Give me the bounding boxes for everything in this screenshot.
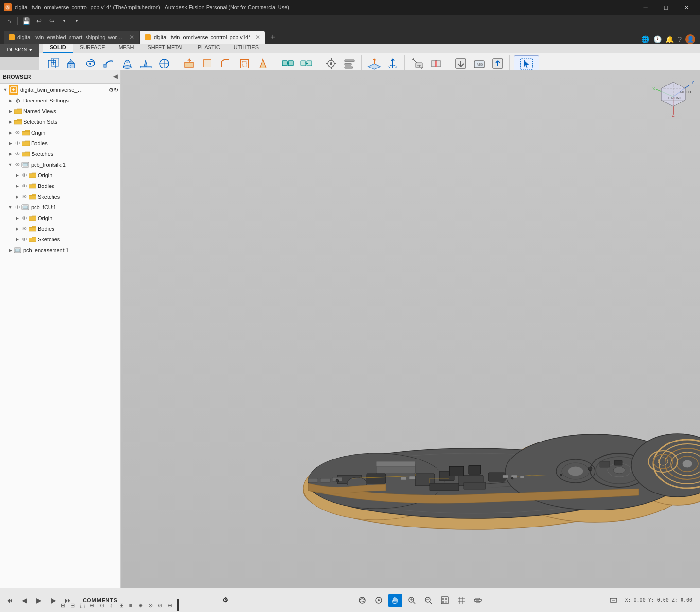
draft-button[interactable] [254, 55, 272, 72]
first-frame-button[interactable]: ⏮ [3, 594, 17, 607]
pcb-fcu-expand[interactable]: ▼ [7, 204, 14, 211]
interference-button[interactable] [427, 55, 445, 72]
pcb-fcu-origin-eye-icon[interactable]: 👁 [20, 214, 28, 222]
tree-pcb-frontsilk-bodies[interactable]: ▶ 👁 Bodies [0, 181, 120, 191]
pcb-frontsilk-expand[interactable]: ▼ [7, 161, 14, 168]
new-component-button[interactable] [45, 55, 62, 72]
pcb-fcu-sketches-expand[interactable]: ▶ [14, 236, 20, 243]
tree-pcb-fcu-sketches[interactable]: ▶ 👁 Sketches [0, 234, 120, 245]
named-views-expand[interactable]: ▶ [7, 108, 14, 115]
pcb-fs-bodies-expand[interactable]: ▶ [14, 183, 20, 189]
bodies-eye-icon[interactable]: 👁 [14, 139, 21, 147]
axis-button[interactable] [384, 55, 402, 72]
bell-icon[interactable]: 🔔 [665, 35, 674, 43]
sketches-eye-icon[interactable]: 👁 [14, 150, 21, 158]
pcb-fcu-bodies-eye-icon[interactable]: 👁 [20, 225, 28, 233]
bottom-icon-1[interactable]: ⊞ [58, 601, 67, 610]
sweep-button[interactable] [100, 55, 118, 72]
bottom-icon-7[interactable]: ⊞ [117, 601, 125, 610]
tab-2[interactable]: digital_twin_omniverse_control_pcb v14* … [140, 31, 265, 44]
pcb-fs-origin-eye-icon[interactable]: 👁 [20, 171, 28, 179]
bottom-icon-5[interactable]: ⊙ [97, 601, 106, 610]
pcb-fcu-eye-icon[interactable]: 👁 [14, 204, 21, 211]
revolve-button[interactable] [82, 55, 99, 72]
pcb-fcu-bodies-expand[interactable]: ▶ [14, 225, 20, 232]
tree-pcb-fcu-origin[interactable]: ▶ 👁 Origin [0, 213, 120, 223]
bottom-icon-4[interactable]: ⊕ [88, 601, 96, 610]
selection-sets-expand[interactable]: ▶ [7, 119, 14, 125]
orbit-button[interactable] [355, 594, 369, 607]
bottom-icon-12[interactable]: ⊕ [165, 601, 174, 610]
tab-1[interactable]: digital_twin_enabled_smart_shipping_work… [4, 31, 139, 44]
tree-pcb-frontsilk[interactable]: ▼ 👁 pcb_frontsilk:1 [0, 159, 120, 170]
tree-pcb-encasement[interactable]: ▶ pcb_encasement:1 [0, 245, 120, 255]
tree-selection-sets[interactable]: ▶ Selection Sets [0, 117, 120, 127]
origin-eye-icon[interactable]: 👁 [14, 129, 21, 136]
browser-collapse[interactable]: ◀ [113, 73, 117, 80]
doc-settings-expand[interactable]: ▶ [7, 97, 14, 104]
root-expand[interactable]: ▼ [2, 86, 9, 93]
plane-button[interactable] [366, 55, 383, 72]
bottom-icon-6[interactable]: ↕ [107, 601, 116, 610]
prev-frame-button[interactable]: ◀ [18, 594, 31, 607]
pcb-encasement-expand[interactable]: ▶ [7, 247, 14, 254]
upload-button[interactable] [489, 55, 507, 72]
grid-button[interactable] [455, 594, 468, 607]
bottom-icon-3[interactable]: ⬚ [78, 601, 87, 610]
home-button[interactable]: ⌂ [4, 16, 15, 27]
pcb-fs-bodies-eye-icon[interactable]: 👁 [20, 182, 28, 190]
tree-root[interactable]: ▼ digital_twin_omniverse_contr... ⚙ ↻ [0, 85, 120, 95]
joint-button[interactable] [279, 55, 297, 72]
comments-settings-icon[interactable]: ⚙ [222, 596, 228, 604]
pcb-fcu-origin-expand[interactable]: ▶ [14, 215, 20, 221]
bottom-icon-9[interactable]: ⊕ [136, 601, 145, 610]
display-mode-button[interactable] [438, 594, 452, 607]
undo-dropdown[interactable]: ▾ [59, 16, 70, 27]
redo-dropdown[interactable]: ▾ [71, 16, 82, 27]
pcb-fs-sketches-eye-icon[interactable]: 👁 [20, 193, 28, 201]
extrude-button[interactable] [63, 55, 81, 72]
play-button[interactable]: ▶ [32, 594, 46, 607]
undo-button[interactable]: ↩ [34, 16, 44, 27]
tree-pcb-fcu-bodies[interactable]: ▶ 👁 Bodies [0, 223, 120, 234]
save-button[interactable]: 💾 [21, 16, 32, 27]
shell-button[interactable] [236, 55, 253, 72]
viewcube[interactable]: Y X Z FRONT RIGHT [651, 75, 695, 119]
close-button[interactable]: ✕ [677, 0, 696, 15]
new-tab-button[interactable]: + [266, 31, 280, 44]
user-icon[interactable]: 👤 [685, 34, 695, 44]
maximize-button[interactable]: □ [656, 0, 676, 15]
decal-button[interactable]: IMG [471, 55, 488, 72]
pcb-fcu-sketches-eye-icon[interactable]: 👁 [20, 236, 28, 243]
pan-hand-button[interactable] [388, 594, 402, 607]
tree-named-views[interactable]: ▶ Named Views [0, 106, 120, 117]
tree-pcb-fcu[interactable]: ▼ 👁 pcb_fCU:1 [0, 202, 120, 213]
look-at-button[interactable] [372, 594, 385, 607]
measure-button[interactable]: mm [409, 55, 426, 72]
bottom-icon-11[interactable]: ⊘ [156, 601, 164, 610]
tree-document-settings[interactable]: ▶ ⚙ Document Settings [0, 95, 120, 106]
press-pull-button[interactable] [180, 55, 198, 72]
timeline-button[interactable] [607, 594, 620, 607]
sketches-expand[interactable]: ▶ [7, 151, 14, 157]
minimize-button[interactable]: ─ [636, 0, 655, 15]
tab-2-close[interactable]: ✕ [255, 34, 260, 41]
tree-bodies[interactable]: ▶ 👁 Bodies [0, 138, 120, 149]
pcb-fs-sketches-expand[interactable]: ▶ [14, 193, 20, 200]
web-button[interactable] [156, 55, 173, 72]
configuration-button[interactable] [341, 55, 358, 72]
redo-button[interactable]: ↪ [46, 16, 57, 27]
tab-1-close[interactable]: ✕ [129, 34, 134, 41]
fillet-button[interactable] [199, 55, 216, 72]
origin-expand[interactable]: ▶ [7, 129, 14, 136]
root-refresh-icon[interactable]: ↻ [114, 87, 118, 93]
rib-button[interactable] [137, 55, 155, 72]
pcb-frontsilk-eye-icon[interactable]: 👁 [14, 161, 21, 169]
loft-button[interactable] [119, 55, 136, 72]
bottom-icon-8[interactable]: ≡ [126, 601, 135, 610]
clock-icon[interactable]: 🕐 [653, 35, 662, 43]
help-icon[interactable]: ? [678, 35, 682, 43]
insert-button[interactable] [452, 55, 470, 72]
chamfer-button[interactable] [217, 55, 235, 72]
zoom-extents-button[interactable] [421, 594, 435, 607]
